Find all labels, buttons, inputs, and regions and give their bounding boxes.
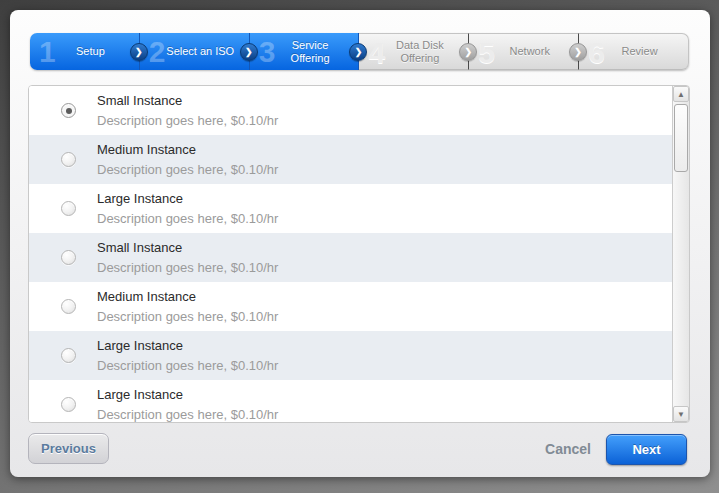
radio-button[interactable] <box>61 152 76 167</box>
step-number: 4 <box>368 35 385 70</box>
list-item[interactable]: Medium Instance Description goes here, $… <box>29 282 672 331</box>
step-number: 5 <box>478 35 495 70</box>
radio-button[interactable] <box>61 250 76 265</box>
scrollbar-thumb[interactable] <box>674 104 688 172</box>
step-number: 1 <box>39 34 56 69</box>
step-label: Network <box>495 34 564 69</box>
list-item[interactable]: Large Instance Description goes here, $0… <box>29 331 672 380</box>
chevron-right-icon: ❯ <box>349 43 367 61</box>
offering-title: Medium Instance <box>97 288 278 305</box>
step-number: 3 <box>259 34 276 69</box>
list-item[interactable]: Large Instance Description goes here, $0… <box>29 184 672 233</box>
next-button[interactable]: Next <box>606 434 687 465</box>
step-label: Data Disk Offering <box>385 34 454 69</box>
step-label: Select an ISO <box>166 33 235 70</box>
scroll-up-icon[interactable]: ▲ <box>673 86 689 102</box>
radio-button[interactable] <box>61 103 76 118</box>
add-instance-wizard-dialog: 1 Setup ❯ 2 Select an ISO ❯ 3 Service Of… <box>10 10 710 477</box>
offering-description: Description goes here, $0.10/hr <box>97 161 278 178</box>
chevron-right-icon: ❯ <box>130 43 148 61</box>
service-offering-rows: Small Instance Description goes here, $0… <box>29 86 672 423</box>
offering-description: Description goes here, $0.10/hr <box>97 259 278 276</box>
offering-description: Description goes here, $0.10/hr <box>97 210 278 227</box>
step-label: Setup <box>56 33 125 70</box>
step-review[interactable]: 6 Review <box>579 33 689 70</box>
list-item[interactable]: Medium Instance Description goes here, $… <box>29 135 672 184</box>
step-service-offering[interactable]: 3 Service Offering ❯ <box>250 33 360 70</box>
wizard-steps-bar: 1 Setup ❯ 2 Select an ISO ❯ 3 Service Of… <box>30 33 689 70</box>
step-setup[interactable]: 1 Setup ❯ <box>30 33 140 70</box>
offering-title: Large Instance <box>97 386 278 403</box>
offering-description: Description goes here, $0.10/hr <box>97 357 278 374</box>
offering-description: Description goes here, $0.10/hr <box>97 308 278 325</box>
step-number: 6 <box>588 35 605 70</box>
radio-button[interactable] <box>61 299 76 314</box>
offering-title: Medium Instance <box>97 141 278 158</box>
step-select-an-iso[interactable]: 2 Select an ISO ❯ <box>140 33 250 70</box>
step-network[interactable]: 5 Network ❯ <box>469 33 579 70</box>
offering-title: Large Instance <box>97 337 278 354</box>
offering-description: Description goes here, $0.10/hr <box>97 112 278 129</box>
radio-button[interactable] <box>61 201 76 216</box>
offering-title: Large Instance <box>97 190 278 207</box>
offering-title: Small Instance <box>97 92 278 109</box>
list-item[interactable]: Small Instance Description goes here, $0… <box>29 86 672 135</box>
chevron-right-icon: ❯ <box>240 43 258 61</box>
step-label: Service Offering <box>276 33 345 70</box>
step-label: Review <box>605 34 674 69</box>
list-item[interactable]: Large Instance Description goes here, $0… <box>29 380 672 423</box>
scroll-down-icon[interactable]: ▼ <box>673 406 689 422</box>
list-scrollbar[interactable]: ▲ ▼ <box>672 86 689 422</box>
service-offering-list: Small Instance Description goes here, $0… <box>28 85 690 423</box>
step-data-disk-offering[interactable]: 4 Data Disk Offering ❯ <box>359 33 469 70</box>
offering-title: Small Instance <box>97 239 278 256</box>
chevron-right-icon: ❯ <box>459 43 477 61</box>
radio-button[interactable] <box>61 348 76 363</box>
offering-description: Description goes here, $0.10/hr <box>97 406 278 423</box>
radio-button[interactable] <box>61 397 76 412</box>
chevron-right-icon: ❯ <box>569 43 587 61</box>
previous-button[interactable]: Previous <box>28 433 109 464</box>
cancel-button[interactable]: Cancel <box>545 441 591 457</box>
list-item[interactable]: Small Instance Description goes here, $0… <box>29 233 672 282</box>
step-number: 2 <box>149 34 166 69</box>
